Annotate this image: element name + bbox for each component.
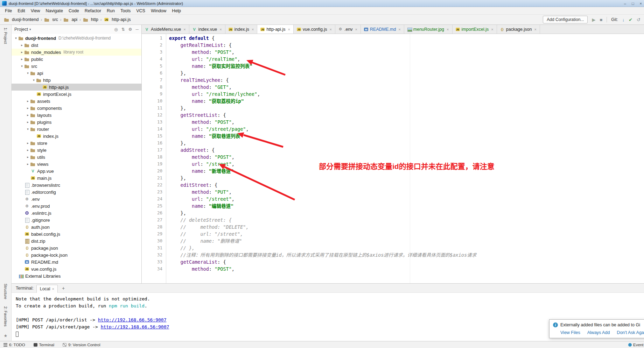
close-tab-icon[interactable]: × bbox=[490, 27, 494, 31]
tool-stripe-structure[interactable]: Structure bbox=[4, 284, 8, 299]
close-icon[interactable]: × bbox=[52, 287, 54, 291]
tree-item-app-vue[interactable]: App.vue bbox=[12, 168, 141, 175]
tree-item-api[interactable]: ▾api bbox=[12, 70, 141, 77]
tab-http-api-js[interactable]: http-api.js× bbox=[257, 25, 294, 34]
tree-item-assets[interactable]: ▸assets bbox=[12, 98, 141, 105]
tree-item-public[interactable]: ▸public bbox=[12, 56, 141, 63]
tree-item-dist-zip[interactable]: dist.zip bbox=[12, 237, 141, 244]
close-button[interactable]: × bbox=[640, 1, 642, 6]
stop-icon[interactable]: ■ bbox=[600, 17, 602, 22]
terminal-link[interactable]: http://192.168.66.56:9007 bbox=[98, 317, 167, 322]
statusbar-item-9-version-control[interactable]: 9: Version Control bbox=[63, 343, 100, 347]
chevron-right-icon[interactable]: ▸ bbox=[20, 43, 24, 47]
chevron-down-icon[interactable]: ▾ bbox=[26, 127, 30, 131]
new-terminal-session-icon[interactable]: + bbox=[61, 285, 66, 291]
tree-item-utils[interactable]: ▸utils bbox=[12, 154, 141, 161]
tree-item-browserslistrc[interactable]: .browserslistrc bbox=[12, 182, 141, 189]
terminal-link[interactable]: http://192.168.66.56:9007 bbox=[101, 324, 169, 329]
tree-item-auth-json[interactable]: auth.json bbox=[12, 223, 141, 230]
close-tab-icon[interactable]: × bbox=[398, 27, 401, 31]
chevron-right-icon[interactable]: ▸ bbox=[26, 113, 30, 117]
menu-item-file[interactable]: File bbox=[2, 8, 15, 14]
chevron-down-icon[interactable]: ▾ bbox=[29, 28, 31, 31]
close-tab-icon[interactable]: × bbox=[287, 27, 291, 31]
tab-index-vue[interactable]: index.vue× bbox=[189, 25, 225, 34]
tab-asidemenu-vue[interactable]: AsideMenu.vue× bbox=[142, 25, 189, 34]
tree-item-src[interactable]: ▾src bbox=[12, 63, 141, 70]
notification-action-view-files[interactable]: View Files bbox=[560, 330, 580, 335]
statusbar-item-terminal[interactable]: Terminal bbox=[34, 343, 54, 347]
git-rollback-icon[interactable]: ↺ bbox=[637, 17, 640, 22]
close-tab-icon[interactable]: × bbox=[329, 27, 332, 31]
locate-icon[interactable]: ◎ bbox=[114, 27, 118, 32]
chevron-down-icon[interactable]: ▾ bbox=[26, 71, 30, 75]
menu-item-refactor[interactable]: Refactor bbox=[82, 8, 104, 14]
chevron-right-icon[interactable]: ▸ bbox=[26, 155, 30, 159]
tree-item-http[interactable]: ▾http bbox=[12, 77, 141, 84]
tree-item-eslintrc-js[interactable]: .eslintrc.js bbox=[12, 209, 141, 216]
breadcrumb-item-api[interactable]: api bbox=[63, 17, 78, 22]
terminal-tab-local[interactable]: Local × bbox=[36, 285, 58, 293]
chevron-right-icon[interactable]: ▸ bbox=[26, 99, 30, 103]
tree-item-editorconfig[interactable]: .editorconfig bbox=[12, 189, 141, 196]
add-configuration-button[interactable]: Add Configuration... bbox=[543, 16, 588, 23]
breadcrumb-item-src[interactable]: src bbox=[44, 17, 58, 22]
tab-env[interactable]: .env× bbox=[335, 25, 361, 34]
close-tab-icon[interactable]: × bbox=[251, 27, 254, 31]
tree-item-layouts[interactable]: ▸layouts bbox=[12, 112, 141, 119]
tree-item-env-prod[interactable]: .env.prod bbox=[12, 203, 141, 209]
statusbar-item-6-todo[interactable]: 6: TODO bbox=[4, 343, 25, 347]
menu-item-run[interactable]: Run bbox=[104, 8, 118, 14]
chevron-right-icon[interactable]: ▸ bbox=[26, 106, 30, 110]
tool-stripe-2-favorites[interactable]: 2: Favorites bbox=[4, 306, 8, 326]
tree-item-plugins[interactable]: ▸plugins bbox=[12, 119, 141, 126]
close-tab-icon[interactable]: × bbox=[533, 27, 537, 31]
tree-item-style[interactable]: ▸style bbox=[12, 147, 141, 154]
tab-vue-config-js[interactable]: vue.config.js× bbox=[294, 25, 335, 34]
close-tab-icon[interactable]: × bbox=[219, 27, 222, 31]
breadcrumb-item-http[interactable]: http bbox=[83, 17, 99, 22]
minimize-button[interactable]: – bbox=[624, 1, 626, 6]
menu-item-help[interactable]: Help bbox=[169, 8, 184, 14]
tree-item-components[interactable]: ▸components bbox=[12, 105, 141, 112]
menu-item-tools[interactable]: Tools bbox=[118, 8, 133, 14]
chevron-right-icon[interactable]: ▸ bbox=[26, 148, 30, 152]
run-icon[interactable]: ▶ bbox=[592, 17, 595, 22]
tab-readme-md[interactable]: README.md× bbox=[361, 25, 404, 34]
menu-item-code[interactable]: Code bbox=[66, 8, 82, 14]
close-tab-icon[interactable]: × bbox=[446, 27, 449, 31]
close-tab-icon[interactable]: × bbox=[183, 27, 186, 31]
terminal-cursor[interactable] bbox=[16, 332, 19, 337]
settings-icon[interactable]: ⚙ bbox=[128, 27, 132, 32]
chevron-down-icon[interactable]: ▾ bbox=[20, 64, 24, 68]
tree-item-dist[interactable]: ▸dist bbox=[12, 42, 141, 49]
editor-area[interactable]: 1234567891011121314151617181920212223242… bbox=[142, 34, 644, 283]
tree-item-env[interactable]: .env bbox=[12, 196, 141, 203]
menu-item-window[interactable]: Window bbox=[148, 8, 169, 14]
notification-action-always-add[interactable]: Always Add bbox=[587, 330, 610, 335]
tree-item-vue-config-js[interactable]: vue.config.js bbox=[12, 265, 141, 272]
tree-item-main-js[interactable]: main.js bbox=[12, 175, 141, 182]
chevron-down-icon[interactable]: ▾ bbox=[14, 36, 18, 40]
git-update-icon[interactable]: ↓ bbox=[622, 17, 625, 22]
close-tab-icon[interactable]: × bbox=[355, 27, 358, 31]
hide-panel-icon[interactable]: ─ bbox=[135, 27, 139, 32]
tree-item-external-libraries[interactable]: External Libraries bbox=[12, 272, 141, 279]
chevron-right-icon[interactable]: ▸ bbox=[26, 162, 30, 166]
tree-item-package-lock-json[interactable]: package-lock.json bbox=[12, 251, 141, 258]
statusbar-event-log[interactable]: Event Log bbox=[628, 343, 644, 347]
tree-item-http-api-js[interactable]: http-api.js bbox=[12, 84, 141, 91]
tree-item-readme-md[interactable]: README.md bbox=[12, 258, 141, 265]
menu-item-navigate[interactable]: Navigate bbox=[43, 8, 66, 14]
tree-item-package-json[interactable]: package.json bbox=[12, 244, 141, 251]
tab-package-json[interactable]: package.json× bbox=[497, 25, 540, 34]
tree-item-store[interactable]: ▸store bbox=[12, 140, 141, 147]
tab-index-js[interactable]: index.js× bbox=[225, 25, 258, 34]
collapse-all-icon[interactable]: ⇅ bbox=[121, 27, 125, 32]
tree-item-views[interactable]: ▸views bbox=[12, 161, 141, 168]
chevron-right-icon[interactable]: ▸ bbox=[26, 120, 30, 124]
maximize-button[interactable]: □ bbox=[632, 1, 634, 6]
tree-item-index-js[interactable]: index.js bbox=[12, 133, 141, 140]
git-commit-icon[interactable]: ✔ bbox=[629, 17, 632, 22]
chevron-right-icon[interactable]: ▸ bbox=[20, 57, 24, 61]
